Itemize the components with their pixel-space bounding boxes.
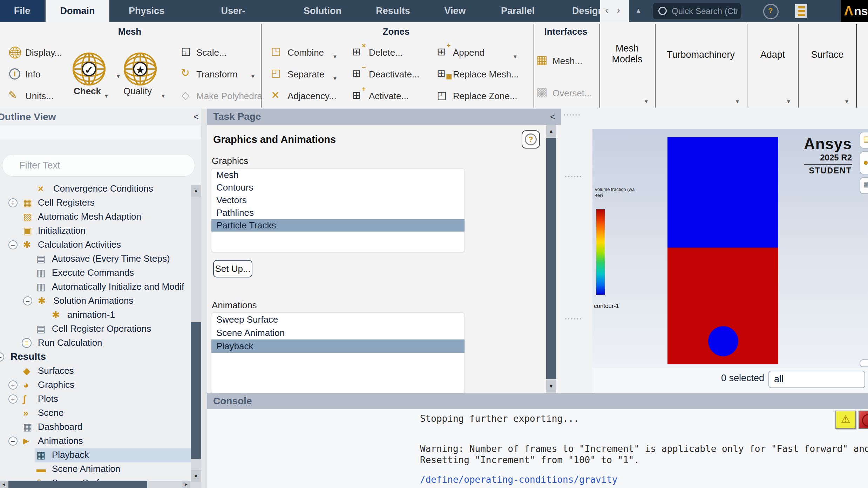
tree-item-automatic-mesh-adaption[interactable]: ▨ Automatic Mesh Adaption [0,210,201,224]
task-scroll-down-icon[interactable]: ▼ [546,380,556,392]
set-up-button[interactable]: Set Up... [213,260,252,277]
append-button[interactable]: Append [453,47,484,58]
tab-parallel[interactable]: Parallel [497,0,539,22]
tree-item-graphics[interactable]: + ◕ Graphics [0,378,201,392]
task-page-collapse-icon[interactable]: < [550,111,555,122]
activate-button[interactable]: Activate... [369,91,409,102]
tree-item-run-calculation[interactable]: ≡ Run Calculation [0,336,201,350]
transform-button[interactable]: Transform [196,69,238,80]
combine-button[interactable]: Combine [287,47,324,58]
list-item-particle-tracks[interactable]: Particle Tracks [211,219,464,232]
quality-mesh-icon[interactable]: ★ [123,51,158,87]
expand-icon[interactable]: + [8,198,18,207]
tree-scroll-down-icon[interactable]: ▼ [191,470,201,482]
filter-input[interactable] [19,159,181,172]
task-scroll-up-icon[interactable]: ▲ [546,125,556,137]
tree-item-dashboard[interactable]: ▦ Dashboard [0,420,201,434]
list-item-contours[interactable]: Contours [211,181,464,194]
tree-item-cell-register-operations[interactable]: ▤ Cell Register Operations [0,322,201,336]
tree-item-animation-1[interactable]: ✱ animation-1 [0,308,201,322]
check-mesh-icon[interactable]: ✓ [72,51,107,87]
expand-icon[interactable]: + [8,380,18,390]
console-warning-button[interactable]: ⚠ [835,411,856,429]
mesh-interface-button[interactable]: Mesh... [552,56,582,67]
tree-item-playback[interactable]: ▦ Playback [0,448,201,462]
right-toolbar-button[interactable]: ▦ [860,177,868,194]
tree-item-auto-initialize[interactable]: ▥ Automatically Initialize and Modif [0,280,201,294]
filter-box[interactable] [2,154,195,177]
surface-group[interactable]: Surface [799,49,855,60]
tree-scroll-left-icon[interactable]: ◄ [0,481,8,488]
append-caret-icon[interactable]: ▼ [513,54,518,60]
collapse-icon[interactable]: − [8,240,18,249]
report-icon[interactable] [795,4,807,18]
expand-icon[interactable]: + [8,394,18,404]
graphics-listbox[interactable]: Mesh Contours Vectors Pathlines Particle… [211,168,465,252]
console-command-link[interactable]: /define/operating-conditions/gravity [420,474,618,485]
tab-solution[interactable]: Solution [301,0,344,22]
delete-button[interactable]: Delete... [369,47,403,58]
tab-scroll-left-icon[interactable]: ‹ [605,5,608,16]
list-item-mesh[interactable]: Mesh [211,169,464,181]
tree-scroll-right-icon[interactable]: ► [182,481,190,488]
collapse-icon[interactable]: − [0,352,4,362]
tree-item-results[interactable]: − Results [0,350,201,364]
help-icon[interactable]: ? [763,4,779,19]
console-error-button[interactable] [859,411,868,429]
collapse-icon[interactable]: − [23,296,32,305]
tab-domain[interactable]: Domain [46,0,109,22]
list-item-playback[interactable]: Playback [211,339,464,353]
zone-filter-combobox[interactable] [768,371,865,388]
list-item-sweep-surface[interactable]: Sweep Surface [211,313,464,326]
mesh-models-caret-icon[interactable]: ▼ [644,98,649,104]
tree-item-scene-animation[interactable]: ▬ Scene Animation [0,462,201,476]
replace-zone-button[interactable]: Replace Zone... [453,91,517,102]
task-help-button[interactable]: ? [522,130,540,149]
right-toolbar-oval[interactable] [860,359,868,367]
units-button[interactable]: Units... [25,91,54,102]
separate-button[interactable]: Separate [287,69,325,80]
tab-scroll-right-icon[interactable]: › [617,5,620,16]
ribbon-collapse-icon[interactable]: ▲ [635,7,642,14]
toolbar-drag-handle[interactable] [564,114,580,116]
task-scrollbar-thumb[interactable] [546,138,556,379]
tree-item-plots[interactable]: + ∫ Plots [0,392,201,406]
collapse-icon[interactable]: − [8,437,18,446]
surface-caret-icon[interactable]: ▼ [844,98,849,104]
tree-item-solution-animations[interactable]: − ✱ Solution Animations [0,294,201,308]
search-input[interactable] [671,5,739,18]
tab-view[interactable]: View [438,0,473,22]
zone-filter-input[interactable] [773,373,859,385]
animations-listbox[interactable]: Sweep Surface Scene Animation Playback [211,312,465,394]
turbomachinery-caret-icon[interactable]: ▼ [735,98,740,104]
list-item-pathlines[interactable]: Pathlines [211,206,464,219]
right-toolbar-button[interactable]: ▤ [860,132,868,149]
list-item-vectors[interactable]: Vectors [211,194,464,206]
check-caret-icon[interactable]: ▼ [104,93,109,99]
separate-caret-icon[interactable]: ▼ [332,75,338,81]
replace-mesh-button[interactable]: Replace Mesh... [453,69,519,80]
tab-file[interactable]: File [0,0,44,22]
tab-user-defined[interactable]: User-Defined [209,0,258,22]
check-button[interactable]: Check [74,86,101,97]
tree-item-scene[interactable]: » Scene [0,406,201,420]
adapt-caret-icon[interactable]: ▼ [786,98,791,104]
turbomachinery-group[interactable]: Turbomachinery [656,49,745,60]
adapt-group[interactable]: Adapt [748,49,797,60]
tab-physics[interactable]: Physics [126,0,168,22]
tree-item-autosave[interactable]: ▤ Autosave (Every Time Steps) [0,252,201,266]
info-button[interactable]: Info [25,69,40,80]
combine-caret-icon[interactable]: ▼ [332,54,338,60]
quality-caret-icon[interactable]: ▼ [161,93,166,99]
tree-scrollbar-thumb[interactable] [191,322,201,459]
tree-hscrollbar-thumb[interactable] [8,481,147,488]
tab-results[interactable]: Results [372,0,414,22]
tree-item-convergence-conditions[interactable]: × Convergence Conditions [0,182,201,196]
list-item-scene-animation[interactable]: Scene Animation [211,326,464,339]
tree-scroll-up-icon[interactable]: ▲ [191,185,201,197]
info-caret-icon[interactable]: ▼ [116,73,121,79]
graphics-viewport[interactable]: Ansys 2025 R2 STUDENT Volume fraction (w… [592,129,868,368]
quick-search[interactable] [653,3,741,19]
panel-splitter[interactable] [201,109,207,488]
tree-item-animations[interactable]: − ▶ Animations [0,434,201,448]
